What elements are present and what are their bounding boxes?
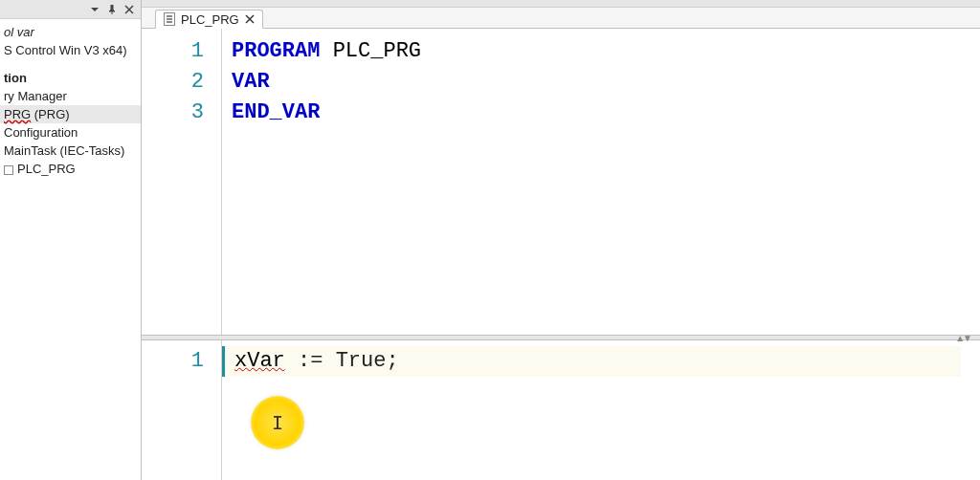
line-number: 3 bbox=[145, 98, 204, 128]
tab-plc-prg[interactable]: PLC_PRG bbox=[155, 10, 263, 29]
tree-item-label: MainTask (IEC-Tasks) bbox=[4, 143, 124, 158]
close-icon[interactable] bbox=[123, 4, 135, 15]
top-gap bbox=[142, 0, 980, 8]
main-area: PLC_PRG 1 2 3 PROGRAM PLC_PRG VAR END_VA… bbox=[142, 0, 980, 480]
tree-section: tion bbox=[0, 69, 141, 87]
sidebar-toolbar bbox=[0, 0, 141, 19]
tree-item-maintask[interactable]: MainTask (IEC-Tasks) bbox=[0, 142, 141, 160]
tree-item-label: ol var bbox=[4, 25, 34, 39]
text-cursor-highlight: I bbox=[251, 396, 304, 449]
program-icon bbox=[4, 165, 13, 175]
tab-label: PLC_PRG bbox=[181, 12, 239, 27]
tree-item-label: PLC_PRG bbox=[17, 162, 76, 176]
tab-strip: PLC_PRG bbox=[142, 8, 980, 29]
code-line: VAR bbox=[232, 67, 970, 98]
line-gutter: 1 bbox=[142, 340, 222, 480]
implementation-editor[interactable]: 1 xVar := True; I bbox=[142, 340, 980, 480]
sidebar-tree: ol var S Control Win V3 x64) tion ry Man… bbox=[0, 19, 141, 480]
code-area[interactable]: xVar := True; I bbox=[222, 340, 980, 480]
tree-item-plc-prg-task[interactable]: PLC_PRG bbox=[0, 160, 141, 178]
line-number: 2 bbox=[145, 67, 204, 98]
pin-icon[interactable] bbox=[106, 4, 118, 15]
tree-item-label: ry Manager bbox=[4, 89, 67, 103]
tree-item[interactable]: S Control Win V3 x64) bbox=[0, 41, 141, 59]
tree-item-library-manager[interactable]: ry Manager bbox=[0, 87, 141, 105]
sidebar: ol var S Control Win V3 x64) tion ry Man… bbox=[0, 0, 142, 480]
line-number: 1 bbox=[145, 36, 204, 67]
code-line: PROGRAM PLC_PRG bbox=[232, 36, 970, 67]
tree-item-label: Configuration bbox=[4, 125, 78, 140]
text-cursor-icon: I bbox=[272, 407, 283, 438]
line-number: 1 bbox=[145, 346, 204, 377]
tab-close-button[interactable] bbox=[245, 12, 255, 27]
declaration-editor[interactable]: 1 2 3 PROGRAM PLC_PRG VAR END_VAR bbox=[142, 29, 980, 335]
tree-item-label: PRG (PRG) bbox=[4, 107, 70, 121]
code-line: END_VAR bbox=[232, 98, 970, 128]
tree-section-label: tion bbox=[4, 71, 27, 85]
tree-item-label: S Control Win V3 x64) bbox=[4, 43, 127, 57]
editor-container: 1 2 3 PROGRAM PLC_PRG VAR END_VAR ▲▼ 1 bbox=[142, 29, 980, 480]
tree-item[interactable]: ol var bbox=[0, 23, 141, 41]
tree-item-configuration[interactable]: Configuration bbox=[0, 123, 141, 142]
document-icon bbox=[164, 12, 175, 26]
dropdown-icon[interactable] bbox=[89, 4, 100, 15]
code-line: xVar := True; bbox=[222, 346, 961, 377]
line-gutter: 1 2 3 bbox=[142, 29, 222, 335]
code-area[interactable]: PROGRAM PLC_PRG VAR END_VAR bbox=[222, 29, 980, 335]
tree-item-plc-prg[interactable]: PRG (PRG) bbox=[0, 105, 141, 123]
